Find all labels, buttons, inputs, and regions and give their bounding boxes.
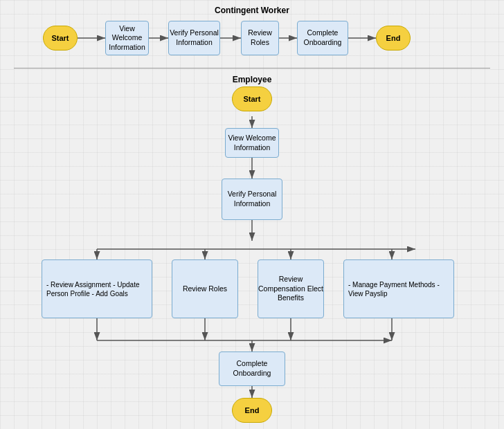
contingent-end-pill: End bbox=[376, 26, 411, 51]
em-assignment-box: - Review Assignment - Update Person Prof… bbox=[42, 259, 152, 318]
cw-review-roles-box: Review Roles bbox=[241, 21, 279, 55]
employee-end-pill: End bbox=[232, 398, 272, 423]
cw-view-welcome-box: View Welcome Information bbox=[105, 21, 149, 55]
cw-verify-box: Verify Personal Information bbox=[168, 21, 220, 55]
contingent-worker-label: Contingent Worker bbox=[0, 6, 504, 15]
employee-label: Employee bbox=[0, 75, 504, 84]
section-divider bbox=[14, 68, 490, 69]
cw-complete-onboarding-box: Complete Onboarding bbox=[297, 21, 348, 55]
em-view-welcome-box: View Welcome Information bbox=[225, 128, 279, 158]
em-review-roles-box: Review Roles bbox=[172, 259, 238, 318]
diagram-container: Contingent Worker Start View Welcome Inf… bbox=[0, 0, 504, 429]
contingent-start-pill: Start bbox=[43, 26, 78, 51]
employee-start-pill: Start bbox=[232, 86, 272, 111]
em-payment-box: - Manage Payment Methods - View Payslip bbox=[343, 259, 454, 318]
em-compensation-box: Review Compensation Elect Benefits bbox=[258, 259, 324, 318]
em-verify-box: Verify Personal Information bbox=[222, 179, 282, 220]
em-complete-onboarding-box: Complete Onboarding bbox=[219, 352, 285, 386]
